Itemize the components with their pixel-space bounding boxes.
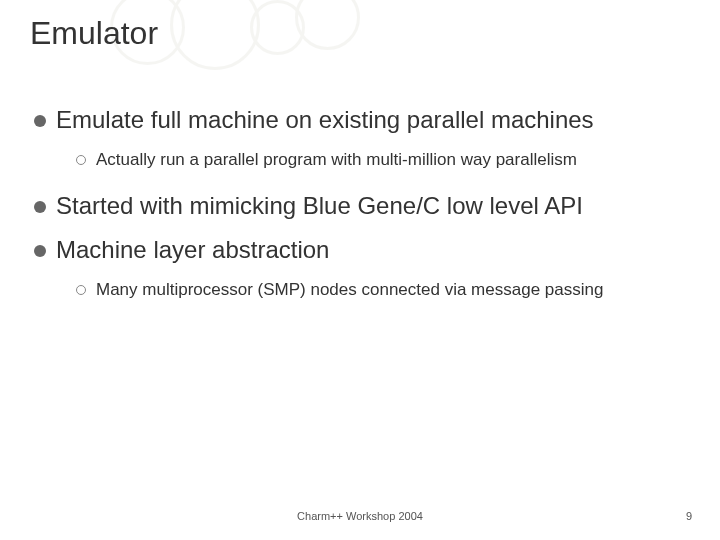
bullet-item: Started with mimicking Blue Gene/C low l… xyxy=(34,191,690,221)
page-number: 9 xyxy=(686,510,692,522)
sub-bullet-item: Actually run a parallel program with mul… xyxy=(76,149,690,171)
bullet-disc-icon xyxy=(34,245,46,257)
bullet-item: Machine layer abstraction xyxy=(34,235,690,265)
bullet-text: Started with mimicking Blue Gene/C low l… xyxy=(56,191,690,221)
sub-bullet-item: Many multiprocessor (SMP) nodes connecte… xyxy=(76,279,690,301)
slide-footer: Charm++ Workshop 2004 xyxy=(0,510,720,522)
bullet-text: Emulate full machine on existing paralle… xyxy=(56,105,690,135)
sub-bullet-text: Many multiprocessor (SMP) nodes connecte… xyxy=(96,279,690,301)
bullet-circle-icon xyxy=(76,285,86,295)
sub-bullet-text: Actually run a parallel program with mul… xyxy=(96,149,690,171)
bullet-text: Machine layer abstraction xyxy=(56,235,690,265)
slide-title: Emulator xyxy=(30,15,158,52)
slide-body: Emulate full machine on existing paralle… xyxy=(34,105,690,307)
bullet-item: Emulate full machine on existing paralle… xyxy=(34,105,690,135)
bullet-circle-icon xyxy=(76,155,86,165)
bullet-disc-icon xyxy=(34,115,46,127)
bullet-disc-icon xyxy=(34,201,46,213)
